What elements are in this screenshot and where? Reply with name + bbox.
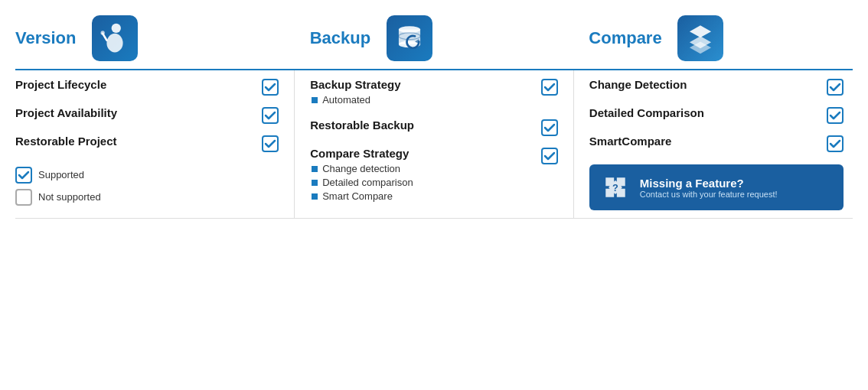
legend-supported: Supported [15,166,279,184]
compare-svg-icon [685,21,716,55]
feature-detailed-comparison: Detailed Comparison [589,106,844,124]
missing-feature-banner[interactable]: ? Missing a Feature? Contact us with you… [589,164,844,210]
backup-strategy-check [541,79,558,96]
legend-not-supported: Not supported [15,188,279,206]
missing-feature-title: Missing a Feature? [640,177,778,190]
version-title: Version [15,28,76,48]
svg-point-3 [106,34,122,53]
svg-marker-11 [690,25,711,37]
detailed-comparison-check [827,107,844,124]
feature-change-detection: Change Detection [589,78,844,96]
legend-not-supported-label: Not supported [38,191,101,203]
backup-features-cell: Backup Strategy Automated Restorable Bac… [295,70,574,219]
svg-point-2 [112,24,121,33]
feature-backup-strategy: Backup Strategy Automated [310,78,558,108]
sub-change-detection: Change detection [312,163,534,174]
backup-strategy-sublist: Automated [312,94,534,106]
smartcompare-check [827,135,844,152]
feature-restorable-project: Restorable Project [15,135,279,152]
features-row: Project Lifecycle Project Availability R… [15,70,853,219]
bullet-icon [312,180,318,186]
feature-smartcompare: SmartCompare [589,135,844,152]
change-detection-check [827,79,844,96]
backup-icon [387,15,432,61]
backup-title: Backup [310,28,370,48]
compare-strategy-check [541,148,558,164]
project-availability-check [262,107,279,124]
feature-project-lifecycle: Project Lifecycle [15,78,279,96]
compare-strategy-sublist: Change detection Detailed comparison Sma… [312,163,534,202]
compare-title: Compare [589,28,661,48]
compare-header: Compare [573,8,853,70]
legend-supported-label: Supported [38,169,84,180]
project-lifecycle-check [262,79,279,96]
feature-compare-strategy: Compare Strategy Change detection Detail… [310,147,558,204]
legend-not-supported-icon [15,189,32,206]
version-icon [92,15,138,61]
sub-smart-compare: Smart Compare [312,190,534,202]
legend-supported-icon [15,167,32,184]
sub-automated: Automated [312,94,534,106]
bullet-icon [312,193,318,200]
sub-detailed-comparison: Detailed comparison [312,177,534,188]
bullet-icon [312,97,318,103]
missing-feature-subtitle: Contact us with your feature request! [640,190,778,199]
feature-restorable-backup: Restorable Backup [310,119,558,136]
svg-point-5 [100,31,104,34]
bullet-icon [312,166,318,172]
version-header: Version [15,8,295,70]
compare-features-cell: Change Detection Detailed Comparison Sma… [573,70,853,219]
version-features-cell: Project Lifecycle Project Availability R… [15,70,295,219]
restorable-project-check [262,135,279,152]
backup-svg-icon [394,21,425,55]
version-svg-icon [100,21,130,55]
missing-feature-text: Missing a Feature? Contact us with your … [640,177,778,199]
backup-header: Backup [295,8,574,70]
legend: Supported Not supported [15,163,279,206]
svg-text:?: ? [612,182,618,193]
feature-project-availability: Project Availability [15,106,279,124]
compare-icon [677,15,723,61]
restorable-backup-check [541,119,558,136]
missing-feature-icon: ? [600,172,631,203]
